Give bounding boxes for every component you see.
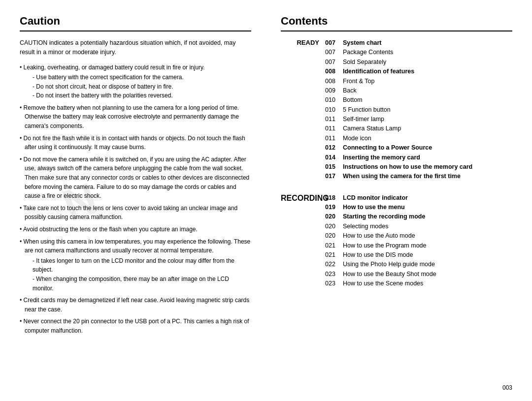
entry-row: 008Identification of features [325,67,512,76]
entry-text: Sold Separately [343,58,512,67]
entry-num: 023 [325,279,343,288]
sub-bullet-item: - Use battery with the correct specifica… [33,73,251,82]
ready-label: READY [281,39,325,46]
entry-row: 020How to use the Auto mode [325,231,512,241]
sub-bullet-item: - When changing the composition, there m… [33,275,251,293]
entry-text: Bottom [343,95,512,105]
entry-row: 021How to use the Program mode [325,241,512,250]
bullet-item: Never connect the 20 pin connector to th… [20,317,251,335]
bullet-item: Remove the battery when not planning to … [20,103,251,131]
contents-section: Contents READY 007System chart007Package… [276,15,512,391]
entry-text: How to use the Program mode [343,241,512,250]
bullet-item: Leaking, overheating, or damaged battery… [20,63,251,100]
entry-row: 017When using the camera for the first t… [325,172,512,181]
entry-num: 010 [325,105,343,115]
entry-row: 010Bottom [325,95,512,105]
entry-num: 007 [325,48,343,57]
entry-text: Self-timer lamp [343,115,512,124]
entry-text: Back [343,86,512,95]
entry-row: 023How to use the Beauty Shot mode [325,270,512,279]
entry-text: Instructions on how to use the memory ca… [343,162,512,172]
entry-row: 011Self-timer lamp [325,115,512,124]
bullet-item: Take care not to touch the lens or lens … [20,204,251,222]
entry-row: 0105 Function button [325,105,512,115]
recording-label: RECORDING [281,194,325,203]
entry-text: When using the camera for the first time [343,172,512,181]
entry-text: Mode icon [343,134,512,143]
entry-num: 023 [325,270,343,279]
entry-text: Camera Status Lamp [343,124,512,133]
entry-text: Front & Top [343,77,512,86]
entry-text: Inserting the memory card [343,153,512,162]
recording-entries: 018LCD monitor indicator019How to use th… [325,193,512,289]
entry-num: 020 [325,222,343,231]
caution-divider [20,31,251,31]
entry-row: 020Selecting modes [325,222,512,231]
entry-text: 5 Function button [343,105,512,115]
entry-num: 014 [325,153,343,162]
entry-num: 018 [325,193,343,203]
entry-row: 007Package Contents [325,48,512,57]
bullet-item: Credit cards may be demagnetized if left… [20,296,251,314]
entry-row: 023How to use the Scene modes [325,279,512,288]
bullet-item: Do not move the camera while it is switc… [20,155,251,201]
entry-text: How to use the Scene modes [343,279,512,288]
entry-row: 021How to use the DIS mode [325,250,512,260]
contents-title: Contents [281,15,512,28]
entry-num: 020 [325,212,343,221]
entry-row: 018LCD monitor indicator [325,193,512,203]
caution-intro: CAUTION indicates a potentially hazardou… [20,38,251,57]
entry-row: 020Starting the recording mode [325,212,512,221]
caution-bullet-list: Leaking, overheating, or damaged battery… [20,63,251,336]
ready-entries: 007System chart007Package Contents007Sol… [325,38,512,182]
entry-num: 007 [325,38,343,48]
entry-text: System chart [343,38,512,48]
entry-num: 008 [325,77,343,86]
entry-num: 011 [325,115,343,124]
entry-num: 011 [325,124,343,133]
entry-row: 014Inserting the memory card [325,153,512,162]
entry-num: 015 [325,162,343,172]
entry-num: 008 [325,67,343,76]
recording-group: RECORDING 018LCD monitor indicator019How… [281,193,512,289]
entry-row: 009Back [325,86,512,95]
sub-bullet-item: - Do not insert the battery with the pol… [33,91,251,100]
sub-bullet-item: - Do not short circuit, heat or dispose … [33,82,251,92]
entry-text: Connecting to a Power Source [343,143,512,153]
entry-num: 021 [325,241,343,250]
entry-row: 008Front & Top [325,77,512,86]
entry-row: 012Connecting to a Power Source [325,143,512,153]
entry-text: Selecting modes [343,222,512,231]
bullet-item: Avoid obstructing the lens or the flash … [20,225,251,234]
entry-num: 011 [325,134,343,143]
entry-num: 019 [325,203,343,212]
entry-text: How to use the menu [343,203,512,212]
ready-section: READY 007System chart007Package Contents… [281,38,512,182]
entry-text: Identification of features [343,67,512,76]
entry-text: LCD monitor indicator [343,193,512,203]
entry-row: 011Mode icon [325,134,512,143]
entry-row: 022Using the Photo Help guide mode [325,260,512,269]
entry-num: 007 [325,58,343,67]
entry-row: 007System chart [325,38,512,48]
ready-group: READY 007System chart007Package Contents… [281,38,512,182]
entry-num: 017 [325,172,343,181]
entry-text: Starting the recording mode [343,212,512,221]
entry-text: How to use the Auto mode [343,231,512,241]
bullet-item: When using this camera in low temperatur… [20,237,251,293]
entry-row: 015Instructions on how to use the memory… [325,162,512,172]
entry-num: 009 [325,86,343,95]
recording-section: RECORDING 018LCD monitor indicator019How… [281,193,512,289]
entry-num: 020 [325,231,343,241]
contents-divider [281,31,512,31]
caution-title: Caution [20,15,251,28]
entry-num: 010 [325,95,343,105]
page-layout: Caution CAUTION indicates a potentially … [20,15,512,391]
page-number: 003 [502,384,512,391]
bullet-item: Do not fire the flash while it is in con… [20,134,251,152]
entry-row: 011Camera Status Lamp [325,124,512,133]
entry-num: 012 [325,143,343,153]
entry-row: 019How to use the menu [325,203,512,212]
entry-num: 021 [325,250,343,260]
entry-num: 022 [325,260,343,269]
